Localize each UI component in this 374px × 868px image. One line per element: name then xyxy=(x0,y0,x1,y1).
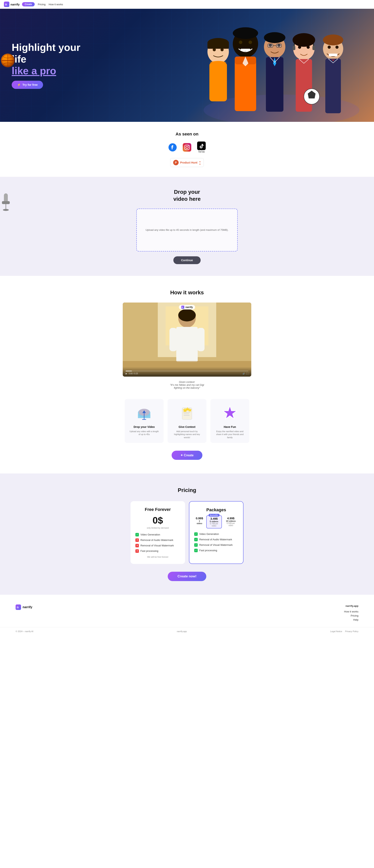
navbar-pricing-link[interactable]: Pricing xyxy=(38,3,45,6)
footer-center: narrify.app xyxy=(177,630,187,632)
svg-rect-57 xyxy=(169,328,177,351)
pricing-section: Pricing Free Forever 0$ only limited by … xyxy=(0,473,374,595)
video-drop-zone[interactable]: Upload any video file up to 45 seconds i… xyxy=(136,209,238,251)
video-caption: Given context: "It's me Niklas and my ca… xyxy=(119,380,255,389)
video-controls: ▶ 0:00 / 0:25 🔊 ⛶ xyxy=(123,367,251,377)
navbar-how-it-works-link[interactable]: How it works xyxy=(49,3,63,6)
feature-cross-icon-3: ✕ xyxy=(135,549,139,553)
footer-links: narrify.app How it works Pricing Help xyxy=(344,604,359,621)
create-button[interactable]: ✦ Create xyxy=(172,451,202,460)
product-hunt-badge[interactable]: P Product Hunt ▲ ▲ xyxy=(170,158,204,167)
svg-rect-49 xyxy=(2,201,10,204)
steps-grid: Drop your Video Upload any video with a … xyxy=(119,399,255,443)
step-3-title: Have Fun xyxy=(214,425,245,429)
footer-legal: Legal Notice Privacy Policy xyxy=(330,630,359,632)
volume-icon[interactable]: 🔊 xyxy=(242,372,245,375)
svg-point-51 xyxy=(3,209,9,211)
pkg-check-2: ✓ xyxy=(194,538,198,541)
svg-point-35 xyxy=(328,45,331,49)
pkg1-count: 1 video xyxy=(196,520,203,525)
step-2-title: Give Context xyxy=(171,425,203,429)
drop-video-section: Drop yourvideo here Upload any video fil… xyxy=(0,177,374,276)
feature-check-icon: ✓ xyxy=(135,533,139,536)
navbar-logo[interactable]: n narrify xyxy=(4,2,20,7)
fullscreen-icon[interactable]: ⛶ xyxy=(246,372,248,375)
svg-rect-12 xyxy=(241,49,250,51)
feature-cross-icon-2: ✕ xyxy=(135,544,139,547)
svg-rect-37 xyxy=(329,54,337,56)
svg-point-46 xyxy=(189,145,189,146)
package-2-option[interactable]: Bestseller 3.49$ 5 videos 0.70$ per vide… xyxy=(206,516,222,528)
video-logo-text: narrify xyxy=(185,306,193,309)
how-it-works-title: How it works xyxy=(119,289,255,296)
play-icon[interactable]: ▶ xyxy=(126,372,127,375)
hero-section: Highlight your life like a pro ⚡ Try for… xyxy=(0,9,374,122)
as-seen-on-section: As seen on xyxy=(0,122,374,177)
free-plan-only: only limited by demand xyxy=(135,527,180,529)
tiktok-label: TikTok xyxy=(198,151,205,153)
pkg-feature-video-gen: ✓ Video Generation xyxy=(194,532,238,536)
svg-rect-29 xyxy=(293,46,295,50)
basketball-decoration xyxy=(1,54,14,67)
footer-logo[interactable]: n narrify xyxy=(15,604,32,610)
pkg-feature-fast: ✓ Fast processing xyxy=(194,549,238,552)
svg-text:n: n xyxy=(17,606,19,609)
product-hunt-arrows: ▲ ▲ xyxy=(199,160,201,165)
hero-content: Highlight your life like a pro ⚡ Try for… xyxy=(12,42,80,89)
pkg-check-1: ✓ xyxy=(194,532,198,536)
svg-text:⭐: ⭐ xyxy=(188,408,192,412)
pkg-feature-visual: ✓ Removal of Visual Watermark xyxy=(194,543,238,547)
package-3-option[interactable]: 4.99$ 10 videos 0.50$ per video xyxy=(224,516,238,528)
footer-how-it-works-link[interactable]: How it works xyxy=(344,610,359,613)
video-progress-bar[interactable] xyxy=(126,371,248,371)
free-plan-price: 0$ xyxy=(135,515,180,526)
step-3-card: Have Fun Enjoy the narrified video and s… xyxy=(210,399,249,443)
pkg-check-3: ✓ xyxy=(194,543,198,547)
step-1-card: Drop your Video Upload any video with a … xyxy=(125,399,164,443)
legal-notice-link[interactable]: Legal Notice xyxy=(330,630,342,632)
create-now-button[interactable]: Create now! xyxy=(168,572,206,581)
navbar: n narrify Create Pricing How it works xyxy=(0,0,374,9)
demo-video[interactable]: n narrify ▶ 0:00 / 0:25 🔊 ⛶ xyxy=(123,303,251,377)
hero-characters xyxy=(199,13,364,122)
packages-title: Packages xyxy=(194,507,238,513)
step-2-icon: ⭐ ⭐ ⭐ xyxy=(178,405,196,423)
continue-button[interactable]: Continue xyxy=(173,256,201,264)
pkg3-count: 10 videos xyxy=(225,520,237,522)
footer-domain: narrify.app xyxy=(344,604,359,608)
pricing-grid: Free Forever 0$ only limited by demand ✓… xyxy=(4,501,370,564)
pricing-title: Pricing xyxy=(4,487,370,493)
pkg2-per: 0.70$ per video xyxy=(208,523,220,527)
video-content-svg xyxy=(123,303,251,377)
package-1-option[interactable]: 0.99$ 1 video xyxy=(194,516,205,526)
svg-point-59 xyxy=(178,309,196,321)
svg-rect-30 xyxy=(312,46,315,50)
free-plan-title: Free Forever xyxy=(135,507,180,512)
svg-point-38 xyxy=(323,34,343,45)
drop-video-title: Drop yourvideo here xyxy=(119,188,255,203)
packages-prices: 0.99$ 1 video Bestseller 3.49$ 5 videos … xyxy=(194,516,238,528)
svg-point-31 xyxy=(293,33,315,47)
hero-characters-svg xyxy=(199,13,364,122)
feature-fast-processing: ✕ Fast processing xyxy=(135,549,180,553)
svg-rect-20 xyxy=(268,44,273,48)
step-3-icon xyxy=(221,405,239,423)
svg-point-10 xyxy=(239,40,242,44)
privacy-policy-link[interactable]: Privacy Policy xyxy=(345,630,359,632)
hero-try-button[interactable]: ⚡ Try for free xyxy=(12,81,43,89)
svg-point-11 xyxy=(248,40,252,44)
step-1-desc: Upload any video with a length of up to … xyxy=(129,430,160,436)
footer-pricing-link[interactable]: Pricing xyxy=(344,614,359,617)
navbar-create-button[interactable]: Create xyxy=(22,2,35,6)
footer-help-link[interactable]: Help xyxy=(344,618,359,621)
footer-bottom: © 2024 – narrify AI narrify.app Legal No… xyxy=(0,627,374,636)
svg-rect-56 xyxy=(176,327,198,362)
pkg2-count: 5 videos xyxy=(208,520,220,523)
navbar-logo-text: narrify xyxy=(10,3,20,6)
social-icons: TikTok xyxy=(119,142,255,153)
feature-video-gen: ✓ Video Generation xyxy=(135,533,180,536)
mic-decoration xyxy=(0,192,12,213)
video-progress-fill xyxy=(126,371,132,371)
svg-rect-39 xyxy=(325,59,341,113)
facebook-icon xyxy=(168,143,177,152)
